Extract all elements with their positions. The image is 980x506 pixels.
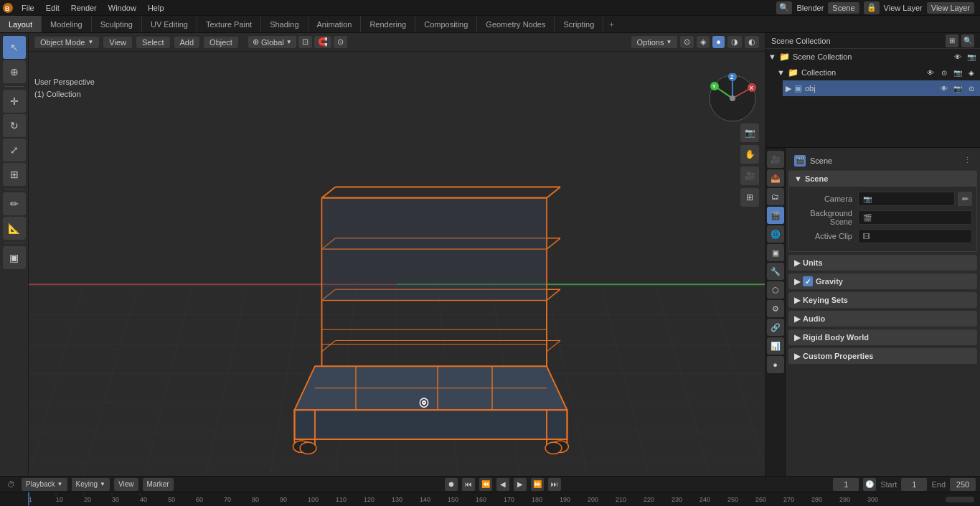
snap-btn[interactable]: 🧲 xyxy=(314,36,331,48)
proportional-btn[interactable]: ⊙ xyxy=(334,36,347,48)
transform-tool[interactable]: ⊞ xyxy=(3,163,26,186)
audio-toggle[interactable]: ▶ Audio xyxy=(788,311,977,327)
prop-tab-view-layer[interactable]: 🗂 xyxy=(767,188,784,205)
collection-render-icon[interactable]: 📷 xyxy=(952,67,963,78)
measure-tool[interactable]: 📐 xyxy=(3,217,26,240)
transform-orientation[interactable]: ⊕ Global ▼ xyxy=(248,36,296,48)
object-mode-dropdown[interactable]: Object Mode ▼ xyxy=(34,37,99,48)
shading-rendered-btn[interactable]: ◐ xyxy=(745,36,759,48)
menu-window[interactable]: Window xyxy=(103,0,142,15)
scene-visibility-icon[interactable]: 👁 xyxy=(952,51,963,62)
background-scene-value[interactable]: 🎬 xyxy=(858,210,972,225)
record-btn[interactable]: ⏺ xyxy=(445,478,458,491)
tab-layout[interactable]: Layout xyxy=(0,16,42,32)
object-menu[interactable]: Object xyxy=(204,37,238,48)
shading-material-btn[interactable]: ◑ xyxy=(727,36,742,48)
obj-visibility-icon[interactable]: 👁 xyxy=(938,83,950,94)
outliner-filter-icon[interactable]: ⊞ xyxy=(946,34,958,47)
move-tool[interactable]: ✛ xyxy=(3,90,26,113)
timeline-ruler[interactable]: 1 10 20 30 40 50 60 70 80 90 100 110 120… xyxy=(0,492,980,506)
prop-tab-render[interactable]: 🎥 xyxy=(767,151,784,168)
tab-modeling[interactable]: Modeling xyxy=(42,16,92,32)
tab-shading[interactable]: Shading xyxy=(261,16,308,32)
outliner-scene-collection[interactable]: ▼ 📁 Scene Collection 👁 📷 xyxy=(765,49,980,65)
prev-frame-btn[interactable]: ⏪ xyxy=(479,478,492,491)
rigid-body-toggle[interactable]: ▶ Rigid Body World xyxy=(788,329,977,345)
select-menu[interactable]: Select xyxy=(136,37,170,48)
viewport-canvas[interactable]: User Perspective (1) Collection X Y xyxy=(29,52,765,476)
viewport-area[interactable]: Object Mode ▼ View Select Add Object ⊕ G… xyxy=(29,33,765,476)
options-dropdown[interactable]: Options ▼ xyxy=(631,36,678,48)
end-frame-input[interactable]: 250 xyxy=(950,478,976,491)
outliner-collection[interactable]: ▼ 📁 Collection 👁 ⊙ 📷 ◈ xyxy=(774,65,980,80)
add-cube-tool[interactable]: ▣ xyxy=(3,246,26,269)
tab-texture-paint[interactable]: Texture Paint xyxy=(197,16,261,32)
go-start-btn[interactable]: ⏮ xyxy=(462,478,475,491)
tab-rendering[interactable]: Rendering xyxy=(361,16,415,32)
active-clip-value[interactable]: 🎞 xyxy=(858,229,972,243)
prop-tab-constraints[interactable]: 🔗 xyxy=(767,319,784,336)
gravity-section-toggle[interactable]: ▶ ✓ Gravity xyxy=(788,273,977,289)
scene-dropdown[interactable]: Scene xyxy=(828,2,859,14)
keying-sets-toggle[interactable]: ▶ Keying Sets xyxy=(788,292,977,308)
units-section-toggle[interactable]: ▶ Units xyxy=(788,255,977,271)
collection-holdout-icon[interactable]: ◈ xyxy=(966,67,977,78)
outliner-search-icon[interactable]: 🔍 xyxy=(961,34,974,47)
prop-tab-physics[interactable]: ⚙ xyxy=(767,300,784,317)
lock-icon[interactable]: 🔒 xyxy=(864,1,880,14)
rotate-tool[interactable]: ↻ xyxy=(3,114,26,137)
play-reverse-btn[interactable]: ◀ xyxy=(496,478,509,491)
menu-render[interactable]: Render xyxy=(65,0,103,15)
play-btn[interactable]: ▶ xyxy=(514,478,527,491)
tab-geometry-nodes[interactable]: Geometry Nodes xyxy=(477,16,555,32)
shading-solid-btn[interactable]: ● xyxy=(712,36,725,48)
view-layer-dropdown[interactable]: View Layer xyxy=(927,2,974,14)
keying-dropdown[interactable]: Keying ▼ xyxy=(72,478,110,491)
start-frame-input[interactable]: 1 xyxy=(901,478,927,491)
tab-sculpting[interactable]: Sculpting xyxy=(92,16,142,32)
tab-scripting[interactable]: Scripting xyxy=(555,16,603,32)
tab-animation[interactable]: Animation xyxy=(308,16,362,32)
camera-eye-btn[interactable]: ✏ xyxy=(958,192,972,206)
outliner-obj[interactable]: ▶ ▣ obj 👁 📷 ⊙ xyxy=(783,80,980,96)
camera-toggle-btn[interactable]: 🎥 xyxy=(740,167,759,185)
view-dropdown[interactable]: View xyxy=(114,478,138,491)
add-menu[interactable]: Add xyxy=(174,37,200,48)
timeline-scroll[interactable] xyxy=(946,497,974,502)
go-end-btn[interactable]: ⏭ xyxy=(548,478,561,491)
prop-tab-modifier[interactable]: 🔧 xyxy=(767,263,784,280)
add-workspace-button[interactable]: + xyxy=(603,20,619,29)
scene-options-btn[interactable]: ⋮ xyxy=(963,156,971,165)
obj-render-icon[interactable]: 📷 xyxy=(952,83,963,94)
prop-tab-object[interactable]: ▣ xyxy=(767,244,784,261)
scene-render-icon[interactable]: 📷 xyxy=(966,51,977,62)
tab-uv-editing[interactable]: UV Editing xyxy=(142,16,197,32)
current-frame-input[interactable]: 1 xyxy=(833,478,859,491)
render-view-btn[interactable]: ⊞ xyxy=(740,188,759,207)
select-tool[interactable]: ↖ xyxy=(3,36,26,59)
cursor-tool[interactable]: ⊕ xyxy=(3,60,26,83)
annotate-tool[interactable]: ✏ xyxy=(3,192,26,215)
obj-filter-icon[interactable]: ⊙ xyxy=(966,83,977,94)
search-icon-top[interactable]: 🔍 xyxy=(776,1,792,14)
next-frame-btn[interactable]: ⏩ xyxy=(531,478,544,491)
gizmo-toggle-btn[interactable]: ◈ xyxy=(697,36,710,48)
hand-tool-btn[interactable]: ✋ xyxy=(740,145,759,164)
scene-section-toggle[interactable]: ▼ Scene xyxy=(788,171,977,187)
camera-value[interactable]: 📷 xyxy=(858,192,955,206)
prop-tab-material[interactable]: ● xyxy=(767,356,784,373)
menu-help[interactable]: Help xyxy=(142,0,170,15)
pivot-btn[interactable]: ⊡ xyxy=(298,36,312,48)
camera-view-btn[interactable]: 📷 xyxy=(740,123,759,142)
tab-compositing[interactable]: Compositing xyxy=(415,16,477,32)
custom-props-toggle[interactable]: ▶ Custom Properties xyxy=(788,348,977,364)
marker-dropdown[interactable]: Marker xyxy=(143,478,174,491)
view-menu[interactable]: View xyxy=(103,37,132,48)
viewport-overlays-btn[interactable]: ⊙ xyxy=(680,36,694,48)
prop-tab-particles[interactable]: ⬡ xyxy=(767,281,784,299)
collection-visibility-icon[interactable]: 👁 xyxy=(925,67,936,78)
prop-tab-scene[interactable]: 🎬 xyxy=(767,207,784,224)
collection-hide-icon[interactable]: ⊙ xyxy=(938,67,950,78)
navigation-gizmo[interactable]: X Y Z xyxy=(707,73,758,123)
gravity-checkbox[interactable]: ✓ xyxy=(803,276,813,286)
